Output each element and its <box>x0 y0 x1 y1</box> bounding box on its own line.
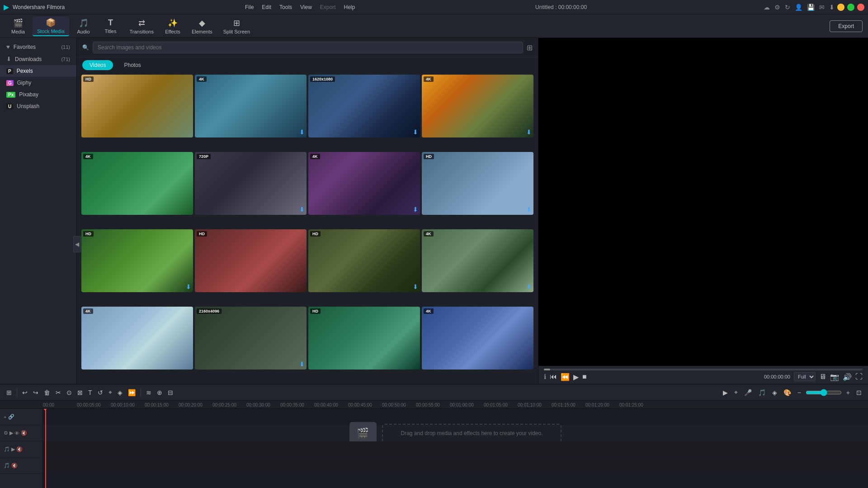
sidebar-item-giphy[interactable]: G Giphy <box>0 77 76 89</box>
split-screen-btn[interactable]: ⊞ Split Screen <box>219 16 255 36</box>
video-thumb-4[interactable]: 4K ⬇ <box>422 75 533 137</box>
track-v1-settings-icon[interactable]: ⚙ <box>4 430 8 436</box>
track-a1-mute-icon[interactable]: 🔇 <box>16 446 23 452</box>
link-icon[interactable]: 🔗 <box>8 414 14 420</box>
play-btn[interactable]: ▶ <box>573 373 579 381</box>
track-v1-eye-icon[interactable]: 👁 <box>14 431 19 436</box>
add-track-icon[interactable]: + <box>4 414 6 420</box>
video-thumb-5[interactable]: 4K <box>81 152 193 215</box>
menu-view[interactable]: View <box>297 3 316 11</box>
track-a1-music-icon[interactable]: 🎵 <box>4 446 10 452</box>
stock-media-btn[interactable]: 📦 Stock Media <box>33 16 69 36</box>
track-v1-lock-icon[interactable]: ▶ <box>9 430 13 436</box>
info-icon[interactable]: ℹ <box>544 373 546 380</box>
tl-undo-btn[interactable]: ↩ <box>20 388 29 397</box>
panel-collapse-btn[interactable]: ◀ <box>73 236 81 252</box>
screen-icon[interactable]: 🖥 <box>819 373 826 381</box>
track-a2-mute-icon[interactable]: 🔇 <box>11 463 18 469</box>
video-thumb-10[interactable]: HD <box>195 229 307 292</box>
video-thumb-8[interactable]: HD ⬇ <box>422 152 533 215</box>
account-icon[interactable]: 👤 <box>795 4 802 11</box>
tl-more-btn[interactable]: ⊕ <box>155 388 164 397</box>
menu-help[interactable]: Help <box>340 3 359 11</box>
win-min-btn[interactable] <box>837 4 844 11</box>
vol-btn[interactable]: 🔊 <box>843 373 852 381</box>
tl-speed-btn[interactable]: ⏩ <box>126 388 137 397</box>
time-display: 00:00:00:00 <box>764 374 790 379</box>
tl-zoom-out-btn[interactable]: − <box>796 388 803 397</box>
quality-select[interactable]: Full 1/2 1/4 <box>794 372 816 381</box>
download-icon[interactable]: ⬇ <box>829 4 835 11</box>
grid-view-icon[interactable]: ⊞ <box>527 43 533 52</box>
video-thumb-9[interactable]: HD ⬇ <box>81 229 193 292</box>
tl-music-btn[interactable]: 🎵 <box>756 388 768 397</box>
photos-tab[interactable]: Photos <box>117 60 148 70</box>
step-back-btn[interactable]: ⏪ <box>561 373 570 381</box>
titles-btn[interactable]: T Titles <box>98 16 123 36</box>
video-thumb-16[interactable]: 4K <box>422 307 533 370</box>
tl-split-btn[interactable]: ⊟ <box>166 388 175 397</box>
stop-btn[interactable]: ■ <box>582 373 587 381</box>
video-thumb-15[interactable]: HD <box>308 307 420 370</box>
effects-btn[interactable]: ✨ Effects <box>160 16 185 36</box>
save-icon[interactable]: 💾 <box>807 4 815 11</box>
videos-tab[interactable]: Videos <box>82 60 113 70</box>
video-thumb-3[interactable]: 1620x1080 ⬇ <box>308 75 420 137</box>
menu-file[interactable]: File <box>241 3 257 11</box>
sidebar-item-unsplash[interactable]: U Unsplash <box>0 100 76 112</box>
export-button[interactable]: Export <box>830 20 863 32</box>
tl-zoom-in-btn[interactable]: + <box>844 388 852 397</box>
win-close-btn[interactable] <box>857 4 864 11</box>
tl-effects-btn[interactable]: ◈ <box>116 388 124 397</box>
tl-snap-btn[interactable]: ⊞ <box>5 388 14 397</box>
tl-clip-btn[interactable]: ⌖ <box>107 388 114 397</box>
search-input[interactable] <box>93 42 523 53</box>
track-v1-mute-icon[interactable]: 🔇 <box>21 430 27 436</box>
video-thumb-2[interactable]: 4K ⬇ <box>195 75 307 137</box>
cloud-icon[interactable]: ☁ <box>764 4 770 11</box>
video-thumb-14[interactable]: 2160x4096 ⬇ <box>195 307 307 370</box>
settings-icon[interactable]: ⚙ <box>774 4 780 11</box>
tl-copy-btn[interactable]: ⊙ <box>65 388 74 397</box>
tl-delete-btn[interactable]: 🗑 <box>42 388 52 397</box>
mail-icon[interactable]: ✉ <box>819 4 825 11</box>
menu-export[interactable]: Export <box>316 3 340 11</box>
tl-cut-btn[interactable]: ✂ <box>54 388 63 397</box>
tl-fx-btn[interactable]: ◈ <box>770 388 779 397</box>
tl-text-btn[interactable]: T <box>86 388 94 397</box>
tl-voice-btn[interactable]: 🎤 <box>742 388 754 397</box>
win-max-btn[interactable] <box>847 4 854 11</box>
video-thumb-1[interactable]: HD <box>81 75 193 137</box>
audio-btn[interactable]: 🎵 Audio <box>71 16 96 36</box>
update-icon[interactable]: ↻ <box>785 4 790 11</box>
tl-fit-btn[interactable]: ⊡ <box>854 388 863 397</box>
tl-color-btn[interactable]: 🎨 <box>782 388 793 397</box>
progress-bar[interactable] <box>544 369 863 370</box>
video-thumb-13[interactable]: 4K <box>81 307 193 370</box>
elements-btn[interactable]: ◆ Elements <box>187 16 217 36</box>
tl-play-all-btn[interactable]: ▶ <box>721 388 730 397</box>
sidebar-item-pixabay[interactable]: Px Pixabay <box>0 89 76 100</box>
menu-tools[interactable]: Tools <box>276 3 296 11</box>
video-thumb-6[interactable]: 720P ⬇ <box>195 152 307 215</box>
sidebar-item-favorites[interactable]: ♥ Favorites (11) <box>0 41 76 53</box>
prev-frame-btn[interactable]: ⏮ <box>550 373 557 381</box>
zoom-slider[interactable] <box>806 389 842 396</box>
video-thumb-12[interactable]: 4K ⬇ <box>422 229 533 292</box>
snapshot-btn[interactable]: 📷 <box>830 373 839 381</box>
media-btn[interactable]: 🎬 Media <box>5 16 31 36</box>
tl-audio-btn[interactable]: ≋ <box>144 388 153 397</box>
video-thumb-7[interactable]: 4K ⬇ <box>308 152 420 215</box>
sidebar-item-downloads[interactable]: ⬇ Downloads (71) <box>0 53 76 65</box>
sidebar-item-pexels[interactable]: P Pexels <box>0 65 76 77</box>
tl-crop-btn[interactable]: ⊠ <box>75 388 85 397</box>
tl-mark-in-btn[interactable]: ⌖ <box>732 388 740 397</box>
video-thumb-11[interactable]: HD ⬇ <box>308 229 420 292</box>
transitions-btn[interactable]: ⇄ Transitions <box>125 16 158 36</box>
tl-redo-btn[interactable]: ↪ <box>31 388 40 397</box>
track-a1-play-icon[interactable]: ▶ <box>11 446 15 452</box>
fullscreen-btn[interactable]: ⛶ <box>855 373 863 381</box>
tl-repeat-btn[interactable]: ↺ <box>96 388 105 397</box>
track-a2-music-icon[interactable]: 🎵 <box>4 463 10 469</box>
menu-edit[interactable]: Edit <box>258 3 275 11</box>
